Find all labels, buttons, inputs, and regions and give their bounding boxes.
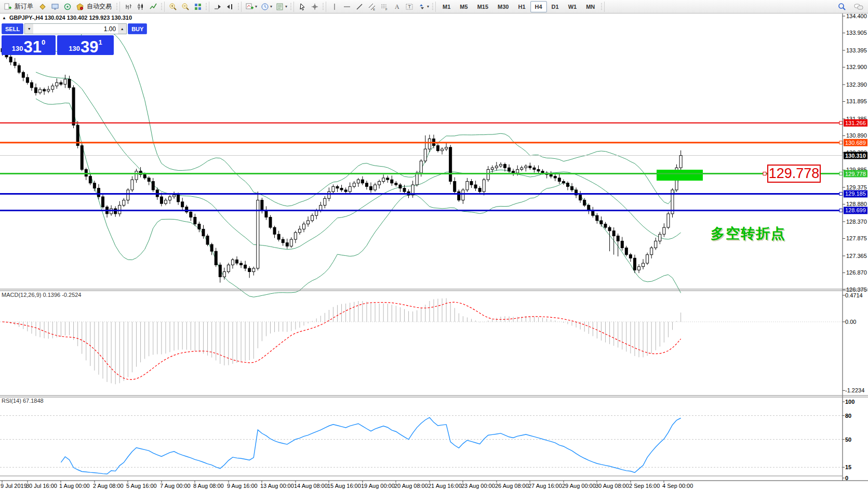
chart-shift-button[interactable]: [224, 1, 236, 12]
timeframe-h1[interactable]: H1: [513, 1, 530, 12]
price-annotation-box[interactable]: 129.778: [767, 165, 821, 183]
toolbar-separator: [600, 2, 605, 12]
new-order-button[interactable]: [2, 1, 14, 12]
svg-text:2 Aug 08:00: 2 Aug 08:00: [93, 483, 124, 489]
sell-button[interactable]: SELL: [2, 23, 23, 34]
volume-input[interactable]: [33, 24, 118, 34]
svg-text:129.375: 129.375: [846, 184, 867, 190]
candlestick-chart-button[interactable]: [135, 1, 147, 12]
indicators-button[interactable]: [244, 1, 256, 12]
buy-button[interactable]: BUY: [128, 23, 147, 34]
periods-dropdown-caret[interactable]: ▾: [270, 4, 272, 9]
candlestick-chart-icon: [137, 3, 145, 11]
svg-text:9 Jul 2019: 9 Jul 2019: [1, 483, 27, 489]
svg-text:128.370: 128.370: [846, 219, 867, 225]
auto-scroll-button[interactable]: [211, 1, 224, 12]
search-button[interactable]: [836, 1, 848, 12]
svg-text:20 Aug 08:00: 20 Aug 08:00: [394, 483, 428, 489]
crosshair-button[interactable]: [309, 1, 321, 12]
volume-increase-button[interactable]: ▲: [118, 24, 126, 34]
rsi-panel: 1008050150: [0, 399, 854, 481]
cn-annotation-text[interactable]: 多空转折点: [711, 224, 786, 243]
timeframe-m15[interactable]: M15: [473, 1, 493, 12]
collapse-triangle-icon[interactable]: ▲: [2, 16, 6, 20]
chart-canvas[interactable]: 134.400133.905133.395132.900132.390131.8…: [0, 0, 868, 491]
macd-label: MACD(12,26,9) 0.1396 -0.2524: [2, 292, 81, 298]
svg-text:8 Aug 08:00: 8 Aug 08:00: [193, 483, 224, 489]
symbol-info[interactable]: ▲ GBPJPY-,H4 130.024 130.402 129.923 130…: [2, 15, 132, 21]
arrows-button[interactable]: [416, 1, 428, 12]
arrows-dropdown-caret[interactable]: ▾: [427, 4, 429, 9]
volume-decrease-button[interactable]: ▼: [25, 24, 33, 34]
zoom-in-button[interactable]: [167, 1, 179, 12]
trendline-button[interactable]: [353, 1, 366, 12]
timeframe-mn[interactable]: MN: [581, 1, 599, 12]
signal-icon[interactable]: [61, 1, 74, 12]
new-order-label[interactable]: 新订单: [15, 2, 33, 11]
toolbar-separator: [161, 2, 165, 12]
timeframe-m30[interactable]: M30: [493, 1, 513, 12]
text-label-button[interactable]: T: [403, 1, 416, 12]
monitor-icon[interactable]: [49, 1, 61, 12]
bar-chart-icon: [124, 3, 132, 11]
tile-windows-icon: [194, 3, 202, 11]
svg-text:F: F: [385, 8, 388, 11]
svg-text:80: 80: [845, 413, 851, 419]
horizontal-line-button[interactable]: [341, 1, 353, 12]
sell-price-main: 31: [23, 39, 41, 54]
svg-text:131.266: 131.266: [845, 120, 866, 126]
fibonacci-button[interactable]: F: [378, 1, 391, 12]
trendline-icon: [355, 3, 364, 11]
svg-text:5 Aug 16:00: 5 Aug 16:00: [126, 483, 157, 489]
svg-text:13 Aug 00:00: 13 Aug 00:00: [260, 483, 294, 489]
chart-shift-icon: [226, 3, 234, 11]
timeframe-w1[interactable]: W1: [564, 1, 582, 12]
svg-text:9 Aug 16:00: 9 Aug 16:00: [227, 483, 258, 489]
indicators-dropdown-caret[interactable]: ▾: [255, 4, 257, 9]
svg-text:129.185: 129.185: [845, 190, 866, 197]
chat-button[interactable]: [852, 1, 865, 12]
svg-text:128.880: 128.880: [846, 201, 867, 207]
svg-text:29 Aug 00:00: 29 Aug 00:00: [562, 483, 596, 489]
svg-text:27 Aug 16:00: 27 Aug 16:00: [528, 483, 562, 489]
buy-price-main: 39: [81, 39, 98, 54]
cursor-button[interactable]: [296, 1, 309, 12]
bar-chart-button[interactable]: [122, 1, 135, 12]
zoom-out-button[interactable]: [179, 1, 192, 12]
svg-text:100: 100: [845, 399, 854, 405]
svg-text:133.905: 133.905: [846, 30, 867, 36]
timeframe-h4[interactable]: H4: [530, 1, 547, 12]
sell-price-display[interactable]: 130 31 0: [2, 35, 56, 55]
autotrading-label[interactable]: 自动交易: [87, 2, 112, 11]
svg-text:0: 0: [845, 475, 848, 481]
timeframe-m1[interactable]: M1: [438, 1, 455, 12]
svg-text:127.875: 127.875: [846, 235, 867, 241]
buy-price-prefix: 130: [69, 45, 80, 52]
bollinger-bands: [36, 29, 681, 297]
channel-button[interactable]: E: [366, 1, 378, 12]
main-toolbar: 新订单 自动交易 ▾ ▾ ▾ E F A T ▾: [0, 0, 868, 13]
text-icon: A: [393, 3, 401, 11]
periods-button[interactable]: [259, 1, 271, 12]
tile-windows-button[interactable]: [192, 1, 204, 12]
line-chart-button[interactable]: [147, 1, 159, 12]
svg-text:134.400: 134.400: [846, 13, 867, 19]
templates-button[interactable]: [274, 1, 286, 12]
sell-price-prefix: 130: [12, 45, 23, 52]
timeframe-m5[interactable]: M5: [455, 1, 472, 12]
symbol-ohlc: 130.024 130.402 129.923 130.310: [45, 15, 132, 21]
svg-text:132.900: 132.900: [846, 64, 867, 70]
vertical-line-button[interactable]: [328, 1, 341, 12]
autotrading-icon[interactable]: [74, 1, 86, 12]
svg-text:1 Aug 00:00: 1 Aug 00:00: [59, 483, 90, 489]
templates-dropdown-caret[interactable]: ▾: [285, 4, 287, 9]
gold-diamond-icon[interactable]: [36, 1, 49, 12]
svg-text:30 Aug 08:00: 30 Aug 08:00: [595, 483, 629, 489]
buy-price-display[interactable]: 130 39 1: [57, 35, 114, 55]
svg-text:23 Aug 00:00: 23 Aug 00:00: [461, 483, 495, 489]
svg-text:127.365: 127.365: [846, 253, 867, 259]
text-button[interactable]: A: [391, 1, 403, 12]
fibonacci-icon: F: [380, 3, 389, 11]
zoom-in-icon: [169, 3, 177, 11]
timeframe-d1[interactable]: D1: [547, 1, 564, 12]
